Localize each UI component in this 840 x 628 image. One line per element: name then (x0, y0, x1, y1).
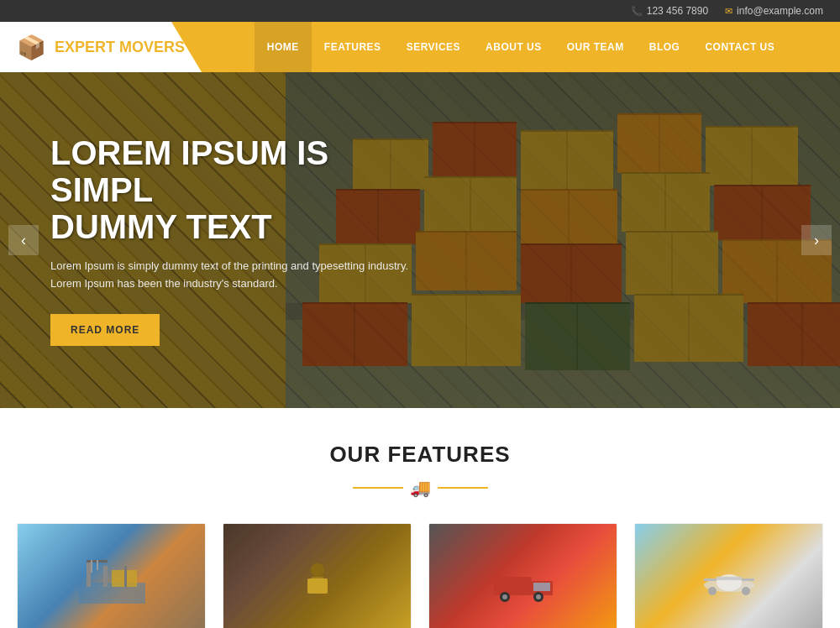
svg-point-83 (536, 594, 541, 599)
features-title: OUR FEATURES (17, 442, 823, 468)
nav-team[interactable]: OUR TEAM (554, 22, 637, 72)
feature-card-1: FEATURE TITLE 1 Lorem ipsum dolor sit am… (17, 523, 206, 628)
divider-line-right (438, 487, 488, 489)
feature-image-2 (223, 524, 411, 628)
feature-card-2: FEATURE TITLE 2 Lorem ipsum dolor sit am… (223, 523, 412, 628)
truck-icon: 🚚 (410, 478, 431, 498)
svg-rect-87 (717, 577, 742, 580)
feature-image-3 (429, 524, 617, 628)
nav-services[interactable]: SERVICES (394, 22, 473, 72)
email-info: ✉ info@example.com (725, 5, 823, 17)
features-section: OUR FEATURES 🚚 (0, 408, 840, 628)
divider-line-left (353, 487, 403, 489)
svg-rect-68 (91, 560, 92, 573)
carousel-prev-button[interactable]: ‹ (8, 225, 39, 255)
main-nav: HOME FEATURES SERVICES ABOUT US OUR TEAM… (202, 22, 840, 72)
svg-rect-79 (533, 583, 550, 591)
email-icon: ✉ (725, 6, 732, 17)
svg-rect-77 (494, 577, 532, 595)
nav-about[interactable]: ABOUT US (473, 22, 554, 72)
svg-rect-66 (103, 566, 108, 587)
svg-point-74 (311, 563, 324, 577)
nav-contact[interactable]: CONTACT US (692, 22, 787, 72)
svg-point-90 (742, 587, 750, 595)
svg-point-81 (502, 594, 507, 599)
svg-rect-73 (307, 578, 328, 594)
features-divider: 🚚 (17, 478, 823, 498)
phone-icon: 📞 (631, 6, 643, 17)
hero-description: Lorem Ipsum is simply dummy text of the … (50, 258, 412, 293)
features-grid: FEATURE TITLE 1 Lorem ipsum dolor sit am… (17, 523, 823, 628)
svg-point-91 (708, 587, 717, 595)
phone-number: 123 456 7890 (647, 5, 708, 17)
feature-card-4: FEATURE TITLE 4 Lorem ipsum dolor sit am… (634, 523, 823, 628)
feature-card-3: FEATURE TITLE 3 Lorem ipsum dolor sit am… (428, 523, 617, 628)
logo-icon: 📦 (17, 34, 46, 61)
hero-section: ‹ LOREM IPSUM IS SIMPL DUMMY TEXT Lorem … (0, 72, 840, 408)
svg-rect-65 (87, 562, 91, 587)
svg-rect-89 (704, 578, 717, 581)
email-address: info@example.com (737, 5, 823, 17)
logo-text: EXPERT MOVERS (55, 39, 185, 56)
svg-rect-71 (124, 566, 127, 587)
svg-rect-75 (312, 577, 323, 578)
phone-info: 📞 123 456 7890 (631, 5, 708, 17)
carousel-next-button[interactable]: › (801, 225, 832, 255)
hero-content: LOREM IPSUM IS SIMPL DUMMY TEXT Lorem Ip… (0, 134, 462, 346)
site-header: 📦 EXPERT MOVERS HOME FEATURES SERVICES A… (0, 22, 840, 72)
feature-image-1 (18, 524, 205, 628)
hero-cta-button[interactable]: READ MORE (50, 314, 160, 346)
svg-rect-88 (742, 578, 754, 581)
svg-rect-69 (97, 560, 98, 570)
hero-title: LOREM IPSUM IS SIMPL DUMMY TEXT (50, 134, 412, 245)
nav-features[interactable]: FEATURES (312, 22, 394, 72)
feature-image-4 (635, 524, 822, 628)
logo-area: 📦 EXPERT MOVERS (0, 22, 202, 72)
top-bar: 📞 123 456 7890 ✉ info@example.com (0, 0, 840, 22)
nav-blog[interactable]: BLOG (637, 22, 693, 72)
nav-home[interactable]: HOME (255, 22, 312, 72)
